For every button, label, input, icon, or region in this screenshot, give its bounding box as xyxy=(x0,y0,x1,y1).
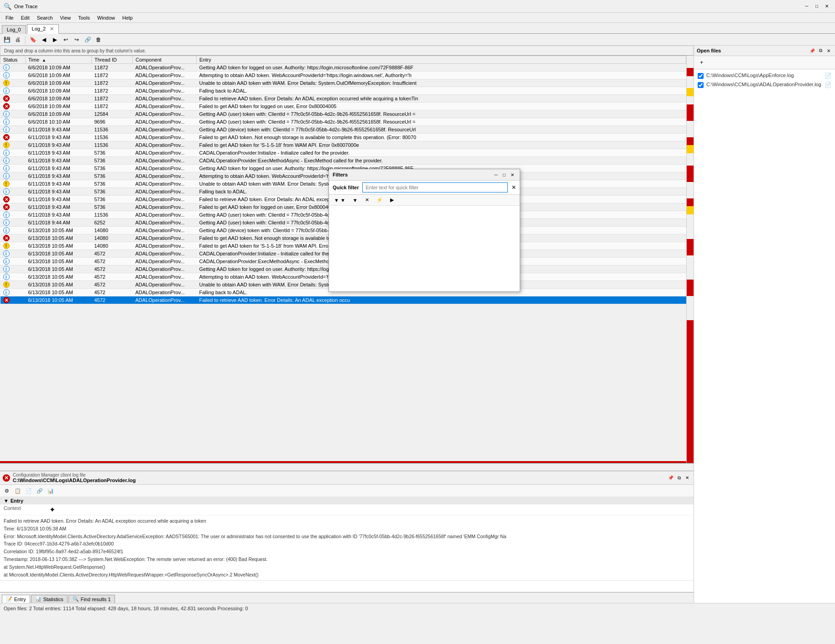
menu-file[interactable]: File xyxy=(2,14,17,21)
table-row[interactable]: i 6/6/2018 10:09 AM 11872 ADALOperationP… xyxy=(0,72,686,79)
menu-help[interactable]: Help xyxy=(119,14,136,21)
prop-btn-3[interactable]: 📄 xyxy=(24,486,34,495)
maximize-button[interactable]: □ xyxy=(812,2,821,10)
filters-quick-filter-row: Quick filter ✕ xyxy=(329,181,520,195)
open-file-icon-0[interactable]: 📄 xyxy=(825,73,831,79)
table-row[interactable]: i 6/11/2018 9:43 AM 5736 ADALOperationPr… xyxy=(0,149,686,157)
table-row[interactable]: i 6/6/2018 10:09 AM 11872 ADALOperationP… xyxy=(0,87,686,95)
properties-context-row: Context ✦ xyxy=(0,504,694,515)
severity-scroll[interactable] xyxy=(686,56,694,463)
toolbar-link-btn[interactable]: 🔗 xyxy=(83,35,93,45)
filter-add-btn[interactable]: ▼ xyxy=(350,196,361,204)
properties-close-btn[interactable]: ✕ xyxy=(684,474,691,482)
menu-tools[interactable]: Tools xyxy=(74,14,94,21)
bottom-tab-statistics[interactable]: 📊 Statistics xyxy=(31,595,68,603)
toolbar-delete-btn[interactable]: 🗑 xyxy=(94,35,104,45)
cell-entry: Getting AAD (device) token with: ClientI… xyxy=(197,126,686,134)
table-row[interactable]: i 6/11/2018 9:43 AM 11536 ADALOperationP… xyxy=(0,126,686,134)
menu-edit[interactable]: Edit xyxy=(17,14,33,21)
cell-thread: 11872 xyxy=(92,87,133,95)
col-entry[interactable]: Entry xyxy=(197,56,686,64)
open-file-checkbox-1[interactable] xyxy=(698,82,704,88)
open-file-icon-1[interactable]: 📄 xyxy=(825,82,831,88)
table-row[interactable]: i 6/6/2018 10:09 AM 11872 ADALOperationP… xyxy=(0,64,686,72)
status-icon: i xyxy=(3,212,10,218)
cell-status: i xyxy=(0,157,26,165)
prop-btn-1[interactable]: ⚙ xyxy=(2,486,12,495)
table-row[interactable]: ✕ 6/13/2018 10:05 AM 4572 ADALOperationP… xyxy=(0,296,686,304)
cell-thread: 5736 xyxy=(92,149,133,157)
filters-close-btn[interactable]: ✕ xyxy=(509,171,516,178)
cell-time: 6/13/2018 10:05 AM xyxy=(26,234,92,242)
toolbar-redo-btn[interactable]: ↪ xyxy=(72,35,82,45)
toolbar-next-btn[interactable]: ▶ xyxy=(50,35,60,45)
status-icon: i xyxy=(3,289,10,296)
table-row[interactable]: i 6/6/2018 10:10 AM 9696 ADALOperationPr… xyxy=(0,118,686,126)
close-button[interactable]: ✕ xyxy=(822,2,831,10)
cell-entry: Failed to get AAD token for logged on us… xyxy=(197,103,686,110)
cell-status: i xyxy=(0,211,26,219)
filters-quick-clear[interactable]: ✕ xyxy=(511,184,516,191)
open-file-checkbox-0[interactable] xyxy=(698,73,704,79)
filters-maximize-btn[interactable]: □ xyxy=(501,171,508,178)
cell-thread: 9696 xyxy=(92,118,133,126)
table-row[interactable]: i 6/6/2018 10:09 AM 12584 ADALOperationP… xyxy=(0,110,686,118)
col-time[interactable]: Time ▲ xyxy=(26,56,92,64)
tab-log0[interactable]: Log_0 xyxy=(2,25,26,34)
toolbar-prev-btn[interactable]: ◀ xyxy=(39,35,49,45)
filters-quick-input[interactable] xyxy=(362,182,508,192)
cell-component: ADALOperationProv... xyxy=(133,95,197,103)
open-files-float-btn[interactable]: ⧉ xyxy=(817,47,824,54)
tab-log2[interactable]: Log_2 ✕ xyxy=(27,24,59,34)
open-files-pin-btn[interactable]: 📌 xyxy=(809,47,816,54)
status-icon: ✕ xyxy=(3,297,10,303)
cell-component: ADALOperationProv... xyxy=(133,157,197,165)
filter-dropdown-btn[interactable]: ▼ ▼ xyxy=(331,196,349,204)
properties-config-label: Configuration Manager client log file xyxy=(13,473,136,478)
cell-status: ✕ xyxy=(0,134,26,141)
entry-tab-icon: 📝 xyxy=(6,596,12,602)
collapse-icon: ▼ xyxy=(4,498,9,504)
cell-entry: CADALOperationProvider:Initialize - Init… xyxy=(197,149,686,157)
col-thread[interactable]: Thread ID xyxy=(92,56,133,64)
tab-log2-close[interactable]: ✕ xyxy=(50,26,54,31)
properties-section-header[interactable]: ▼ Entry xyxy=(0,497,694,504)
col-status[interactable]: Status xyxy=(0,56,26,64)
minimize-button[interactable]: ─ xyxy=(802,2,811,10)
properties-float-btn[interactable]: ⧉ xyxy=(675,474,683,482)
open-files-toolbar: + xyxy=(694,56,835,69)
filter-remove-btn[interactable]: ✕ xyxy=(362,196,372,204)
table-row[interactable]: ✕ 6/11/2018 9:43 AM 11536 ADALOperationP… xyxy=(0,134,686,141)
open-files-add-btn[interactable]: + xyxy=(697,57,706,68)
status-icon: i xyxy=(3,165,10,171)
table-row[interactable]: ✕ 6/6/2018 10:09 AM 11872 ADALOperationP… xyxy=(0,103,686,110)
table-row[interactable]: ! 6/6/2018 10:09 AM 11872 ADALOperationP… xyxy=(0,79,686,87)
open-files-close-btn[interactable]: ✕ xyxy=(825,47,832,54)
table-row[interactable]: ! 6/11/2018 9:43 AM 11536 ADALOperationP… xyxy=(0,141,686,149)
filters-minimize-btn[interactable]: ─ xyxy=(492,171,500,178)
filters-quick-label: Quick filter xyxy=(333,185,359,190)
prop-btn-4[interactable]: 🔗 xyxy=(35,486,45,495)
cell-status: i xyxy=(0,219,26,227)
status-icon: i xyxy=(3,250,10,257)
toolbar-bookmark-btn[interactable]: 🔖 xyxy=(28,35,38,45)
menu-window[interactable]: Window xyxy=(94,14,119,21)
horiz-scrollbar[interactable] xyxy=(0,463,694,471)
cell-component: ADALOperationProv... xyxy=(133,258,197,265)
properties-pin-btn[interactable]: 📌 xyxy=(667,474,674,482)
table-row[interactable]: ✕ 6/6/2018 10:09 AM 11872 ADALOperationP… xyxy=(0,95,686,103)
bottom-tab-entry[interactable]: 📝 Entry xyxy=(2,595,30,603)
cell-status: ✕ xyxy=(0,234,26,242)
filter-more-btn[interactable]: ▶ xyxy=(387,196,397,204)
col-component[interactable]: Component xyxy=(133,56,197,64)
filter-toggle-btn[interactable]: ⚡ xyxy=(373,196,386,204)
menu-search[interactable]: Search xyxy=(33,14,57,21)
bottom-tab-find[interactable]: 🔍 Find results 1 xyxy=(68,595,115,603)
prop-btn-2[interactable]: 📋 xyxy=(13,486,23,495)
menu-view[interactable]: View xyxy=(57,14,75,21)
toolbar-save-btn[interactable]: 💾 xyxy=(2,35,12,45)
toolbar-print-btn[interactable]: 🖨 xyxy=(13,35,23,45)
toolbar-undo-btn[interactable]: ↩ xyxy=(61,35,71,45)
prop-btn-5[interactable]: 📊 xyxy=(46,486,56,495)
table-row[interactable]: i 6/11/2018 9:43 AM 5736 ADALOperationPr… xyxy=(0,157,686,165)
